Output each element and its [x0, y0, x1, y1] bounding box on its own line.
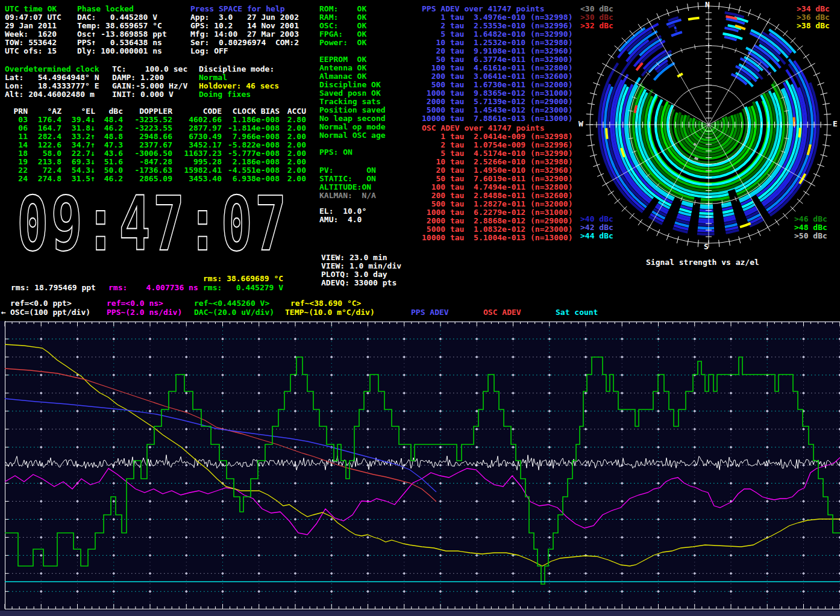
- osc-adev-table: 1 tau 2.0414e-009 (n=32998) 2 tau 1.0754…: [422, 132, 572, 242]
- osc-adev-row: 1 tau 2.0414e-009 (n=32998): [422, 132, 572, 141]
- table-row: PRN°AZ°ELdBcDOPPLERCODECLOCK BIASACCU: [5, 107, 306, 116]
- dbc-legend-entry: >30 dBc: [580, 13, 613, 22]
- dbc-legend-entry: >34 dBc: [797, 5, 830, 13]
- dbc-legend-bottom-left: >40 dBc>42 dBc>44 dBc: [580, 215, 613, 240]
- temp-scale: TEMP~(10.0 m°C/div): [285, 308, 375, 317]
- osc-adev-row: 2000 tau 2.8868e-012 (n=29000): [422, 217, 572, 225]
- pps-adev-table: 1 tau 3.4976e-010 (n=32998) 2 tau 2.5353…: [422, 13, 572, 123]
- dbc-legend-entry: >42 dBc: [580, 223, 613, 232]
- clock-mode: Overdetermined clock: [5, 65, 99, 73]
- pps-adev-row: 5 tau 1.6482e-010 (n=32990): [422, 30, 572, 39]
- table-cell: 06: [5, 124, 28, 132]
- phase-status: Phase locked: [77, 5, 134, 13]
- table-cell: 282.4: [28, 132, 61, 141]
- loop-params-block: TC: 100.0 secDAMP: 1.200GAIN:-5.000 Hz/V…: [112, 65, 187, 99]
- utc-time-block: 09:47:07 UTC29 Jan 2011Week: 1620TOW: 55…: [5, 13, 61, 55]
- dbc-legend-entry: >50 dBc: [794, 232, 827, 240]
- table-cell: 164.7: [28, 124, 61, 132]
- table-cell: 3452.17: [172, 141, 222, 149]
- status-line: Position saved: [319, 106, 386, 114]
- table-cell: 50.0: [95, 166, 123, 175]
- table-cell: -1736.63: [123, 166, 172, 175]
- table-cell: 51.6: [95, 158, 123, 166]
- status-line: EEPROM OK: [319, 55, 386, 64]
- scroll-left-icon[interactable]: ←: [1, 308, 6, 317]
- polar-east-label: E: [833, 120, 838, 128]
- loop-line: DAMP: 1.200: [112, 73, 187, 82]
- version-line: Ser: 0.80296974 COM:2: [190, 39, 299, 47]
- osc-ref: ref=<0.0 ppt>: [10, 299, 72, 308]
- filter-line: AMU: 4.0: [319, 216, 366, 224]
- table-cell: 58.0: [28, 149, 61, 158]
- osc-adev-row: 500 tau 1.2827e-011 (n=32000): [422, 200, 572, 208]
- table-cell: 15982.41: [172, 166, 222, 175]
- table-cell: PRN: [5, 107, 28, 116]
- legend-osc-adev: OSC ADEV: [483, 308, 521, 317]
- big-clock: 09:47:07: [17, 179, 289, 267]
- view-line: PLOTQ: 3.0 day: [321, 270, 401, 279]
- table-cell: 72.4: [28, 166, 61, 175]
- osc-adev-row: 10000 tau 5.1004e-013 (n=13000): [422, 234, 572, 242]
- version-line: Log: OFF: [190, 47, 299, 55]
- status-line: Antenna OK: [319, 64, 386, 72]
- dac-scale: DAC~(20.0 uV/div): [194, 308, 274, 317]
- rms-pps: rms: 4.007736 ns: [108, 284, 198, 292]
- status-line: Tracking sats: [319, 98, 386, 106]
- loop-line: TC: 100.0 sec: [112, 65, 187, 73]
- status-line: No leap second: [319, 114, 386, 123]
- utc-line: TOW: 553642: [5, 39, 61, 47]
- table-cell: 2.186e-008: [222, 158, 280, 166]
- pps-adev-row: 200 tau 3.0641e-011 (n=32600): [422, 72, 572, 81]
- plot-area[interactable]: [0, 321, 840, 616]
- table-row: 03176.439.4↓48.4-3235.524602.661.186e-00…: [5, 116, 306, 124]
- selftest-line: OSC: OK: [319, 22, 366, 30]
- dbc-legend-entry: >44 dBc: [580, 232, 613, 240]
- pps-adev-row: 500 tau 1.6730e-011 (n=32000): [422, 81, 572, 89]
- table-cell: -4.551e-008: [222, 166, 280, 175]
- selftest-line: ROM: OK: [319, 5, 366, 13]
- table-cell: 2.00: [280, 132, 306, 141]
- table-cell: 11637.23: [172, 149, 222, 158]
- pps-ref: ref=<0.0 ns>: [107, 299, 163, 308]
- table-cell: -3006.50: [123, 149, 172, 158]
- dbc-legend-entry: <30 dBc: [580, 5, 613, 13]
- discipline-title: Discipline mode:: [199, 65, 274, 73]
- table-cell: 48.4: [95, 116, 123, 124]
- table-row: 11282.433.2↑48.82948.666730.497.966e-008…: [5, 132, 306, 141]
- fix-flag-line: STATIC: ON: [319, 175, 376, 183]
- table-cell: 2.00: [280, 166, 306, 175]
- view-line: VIEW: 1.0 min/div: [321, 262, 401, 270]
- osc-adev-title: OSC ADEV over 41747 points: [422, 124, 545, 132]
- legend-sat-count: Sat count: [556, 308, 598, 317]
- table-cell: °AZ: [28, 107, 61, 116]
- fix-flag-line: PV: ON: [319, 166, 376, 175]
- version-line: App: 3.0 27 Jun 2002: [190, 13, 299, 22]
- osc-adev-row: 20 tau 1.4950e-010 (n=32960): [422, 166, 572, 175]
- table-cell: CLOCK BIAS: [222, 107, 280, 116]
- kalman-flag: KALMAN: N/A: [319, 191, 376, 200]
- status-line: Normal OSC age: [319, 131, 386, 140]
- table-cell: 2377.67: [123, 141, 172, 149]
- polar-south-label: S: [704, 243, 709, 251]
- help-hint[interactable]: Press SPACE for help: [190, 5, 285, 13]
- table-cell: 2877.97: [172, 124, 222, 132]
- table-cell: 4602.66: [172, 116, 222, 124]
- osc-line: DAC: 0.445280 V: [77, 13, 167, 22]
- table-cell: 19: [5, 158, 28, 166]
- selftest-line: FPGA: OK: [319, 30, 366, 39]
- polar-west-label: W: [578, 120, 583, 128]
- table-cell: 122.6: [28, 141, 61, 149]
- table-cell: 46.2: [95, 124, 123, 132]
- status-line: Saved posn OK: [319, 89, 386, 98]
- position-line: Alt: 204.46002480 m: [5, 90, 99, 99]
- polar-caption: Signal strength vs az/el: [646, 258, 759, 267]
- table-cell: dBc: [95, 107, 123, 116]
- osc-line: Temp: 38.659657 °C: [77, 22, 167, 30]
- table-cell: 176.4: [28, 116, 61, 124]
- rms-dac: rms: 0.445279 V: [203, 284, 283, 292]
- table-cell: 43.6: [95, 149, 123, 158]
- dbc-legend-entry: >40 dBc: [580, 215, 613, 223]
- table-row: 19213.869.3↓51.6-847.28995.282.186e-0082…: [5, 158, 306, 166]
- table-row: 06164.731.8↓46.2-3223.552877.97-1.814e-0…: [5, 124, 306, 132]
- osc-adev-row: 10 tau 2.5266e-010 (n=32980): [422, 158, 572, 166]
